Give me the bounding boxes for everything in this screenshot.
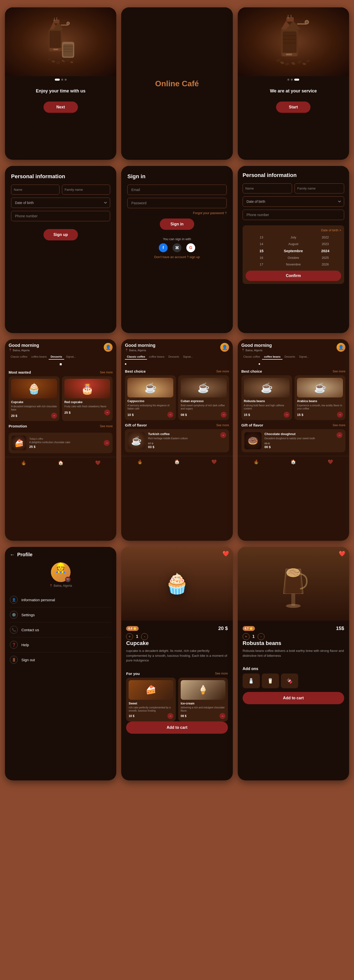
turkish-coffee-card[interactable]: ☕ Turkish coffee Rich heritage middle Ea… <box>125 429 229 452</box>
tab-signatures-2[interactable]: Signat... <box>181 354 195 360</box>
user-avatar-1[interactable]: 👤 <box>104 343 113 352</box>
red-cupcake-price: 25 $ <box>64 411 70 414</box>
home-nav-icon-3[interactable]: 🏠 <box>290 459 296 465</box>
fire-nav-icon-3[interactable]: 🔥 <box>254 459 259 465</box>
tab-coffee-beans-1[interactable]: coffee beans <box>29 354 49 360</box>
addon-chocolate[interactable]: 🍫 <box>281 673 298 688</box>
turkish-coffee-arrow-btn[interactable]: → <box>220 432 226 438</box>
date-row-1[interactable]: 13 July 2022 <box>246 234 341 241</box>
date-row-3-selected[interactable]: 15 Septembre 2024 <box>246 247 341 255</box>
menu-signout[interactable]: 🚪 Sign out <box>10 652 112 667</box>
choc-doughnut-card[interactable]: 🍩 Chocolate doughnut Decadent doughnut t… <box>241 429 345 452</box>
name-input-2[interactable] <box>242 183 292 193</box>
signup-button[interactable]: Sign up <box>43 229 78 240</box>
most-wanted-see-more[interactable]: See more <box>100 371 113 374</box>
robusta-add-to-cart[interactable]: Add to cart <box>242 692 344 704</box>
red-cupcake-arrow-btn[interactable]: → <box>104 409 110 415</box>
choc-doughnut-arrow-btn[interactable]: → <box>336 432 343 438</box>
tab-coffee-beans-3[interactable]: coffee beans <box>262 354 282 360</box>
menu-information[interactable]: 👤 Information personal <box>10 592 112 608</box>
cuban-espresso-arrow-btn[interactable]: → <box>221 412 226 418</box>
forgot-password-link[interactable]: Forgot your password ? <box>128 211 226 215</box>
gift-flavor-see-more-3[interactable]: See more <box>333 423 345 427</box>
name-input[interactable] <box>11 185 59 195</box>
cupcake-info: 4.4 ⭐ 20 $ + 1 - Cupcake cupcake is a de… <box>121 620 233 671</box>
phone-input[interactable] <box>11 211 110 221</box>
cappuccino-arrow-btn[interactable]: → <box>167 412 173 418</box>
cupcake-arrow-btn[interactable]: → <box>51 413 57 418</box>
menu-contact[interactable]: 📞 Contact us <box>10 622 112 637</box>
apple-login-button[interactable]: ⌘ <box>172 243 182 252</box>
date-row-4[interactable]: 16 Octobre 2025 <box>246 255 341 261</box>
family-name-input[interactable] <box>62 185 110 195</box>
password-input[interactable] <box>128 198 226 208</box>
addon-milk[interactable]: 🥛 <box>262 673 279 688</box>
addon-sugar[interactable]: 🧂 <box>242 673 260 688</box>
family-name-input-2[interactable] <box>295 183 344 193</box>
confirm-dob-button[interactable]: Confirm <box>246 270 341 281</box>
cupcake-qty-minus[interactable]: - <box>141 633 148 640</box>
arabica-arrow-btn[interactable]: → <box>337 412 343 418</box>
promo-arrow-btn[interactable]: → <box>104 440 110 446</box>
heart-nav-icon-1[interactable]: ❤️ <box>95 460 100 466</box>
cupcake-heart-icon[interactable]: ❤️ <box>222 550 229 557</box>
start-button[interactable]: Start <box>276 102 311 113</box>
date-birth-header[interactable]: Date of birth > <box>246 228 341 232</box>
best-choice-see-more-3[interactable]: See more <box>333 370 345 373</box>
cappuccino-card[interactable]: ☕ Cappuccino A harmony embodying the ele… <box>125 375 176 420</box>
sweet-card[interactable]: 🍰 Sweet rich cake perfectly complemented… <box>126 678 176 721</box>
for-you-see-more[interactable]: See more <box>215 672 228 675</box>
menu-settings[interactable]: ⚙️ Settings <box>10 608 112 622</box>
best-choice-see-more[interactable]: See more <box>216 370 229 373</box>
choc-doughnut-price: 05 $ 00 $ <box>265 441 333 449</box>
email-input[interactable] <box>128 185 226 195</box>
user-avatar-2[interactable]: 👤 <box>220 343 229 352</box>
tab-classic-coffee-3[interactable]: Classic coffee <box>241 354 262 360</box>
arabica-card[interactable]: ☕ Arabica beans Experience a smooth, low… <box>295 375 345 420</box>
back-button[interactable]: ← <box>10 552 15 557</box>
dob-select[interactable]: Date of birth <box>11 197 110 208</box>
cuban-espresso-card[interactable]: ☕ Cuban espresso Bold sweet symphony of … <box>178 375 229 420</box>
gift-flavor-see-more[interactable]: See more <box>216 423 229 427</box>
date-row-2[interactable]: 14 August 2023 <box>246 241 341 247</box>
robusta-card[interactable]: ☕ Robusta beans A strong bold flavor and… <box>241 375 292 420</box>
icecream-card[interactable]: 🍦 Ice-cream delivering a rich and indulg… <box>178 678 228 721</box>
promo-card[interactable]: 🍰 Today's offre A delightful confection … <box>9 433 113 453</box>
icecream-arrow-btn[interactable]: → <box>220 713 225 719</box>
robusta-qty-minus[interactable]: - <box>258 633 265 640</box>
red-cupcake-card[interactable]: 🎂 Red cupcake Fruity cake with fresh str… <box>62 376 113 421</box>
tab-signatures-1[interactable]: Signat... <box>64 354 78 360</box>
menu-help[interactable]: ❓ Help <box>10 637 112 652</box>
tab-coffee-beans-2[interactable]: coffee beans <box>147 354 166 360</box>
google-login-button[interactable]: G <box>187 243 195 252</box>
camera-badge[interactable]: 📷 <box>65 577 70 582</box>
robusta-qty-plus[interactable]: + <box>242 633 250 640</box>
next-button[interactable]: Next <box>43 102 78 113</box>
dob-select-2[interactable]: Date of birth <box>242 196 344 207</box>
sweet-arrow-btn[interactable]: → <box>167 713 173 719</box>
cupcake-card[interactable]: 🧁 Cupcake A decadent indulgence with ric… <box>9 376 59 421</box>
robusta-heart-icon[interactable]: ❤️ <box>339 550 345 557</box>
signup-link[interactable]: sign up <box>188 255 200 259</box>
promotion-see-more[interactable]: See more <box>100 425 113 428</box>
tab-signatures-3[interactable]: Signat... <box>297 354 311 360</box>
fire-nav-icon-1[interactable]: 🔥 <box>21 460 26 466</box>
heart-nav-icon-3[interactable]: ❤️ <box>328 459 333 465</box>
tab-classic-coffee-2[interactable]: Classic coffee <box>125 354 147 360</box>
user-avatar-3[interactable]: 👤 <box>336 343 345 352</box>
phone-input-2[interactable] <box>242 210 344 220</box>
home-nav-icon-2[interactable]: 🏠 <box>174 459 180 465</box>
cupcake-add-to-cart[interactable]: Add to cart <box>126 721 228 734</box>
tab-desserts-1[interactable]: Desserts <box>49 354 64 360</box>
home-nav-icon-1[interactable]: 🏠 <box>58 460 64 466</box>
tab-desserts-2[interactable]: Desserts <box>166 354 181 360</box>
signin-button[interactable]: Sign in <box>160 218 194 230</box>
tab-classic-coffee-1[interactable]: Classic coffee <box>9 354 29 360</box>
date-row-5[interactable]: 17 Novembre 2026 <box>246 261 341 268</box>
robusta-arrow-btn[interactable]: → <box>284 412 290 418</box>
tab-desserts-3[interactable]: Desserts <box>282 354 297 360</box>
heart-nav-icon-2[interactable]: ❤️ <box>211 459 217 465</box>
cupcake-qty-plus[interactable]: + <box>126 633 133 640</box>
facebook-login-button[interactable]: f <box>159 243 167 252</box>
fire-nav-icon-2[interactable]: 🔥 <box>137 459 143 465</box>
